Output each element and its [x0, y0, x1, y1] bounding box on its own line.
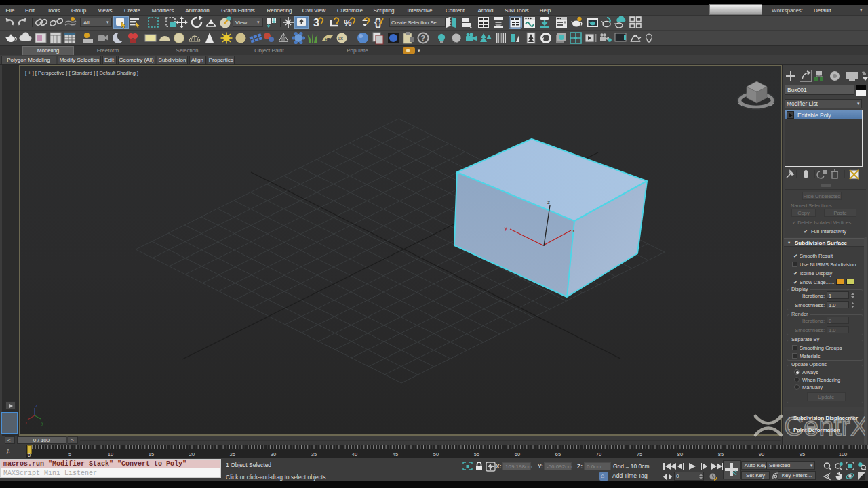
svg-text:70: 70: [596, 451, 601, 458]
svg-text:90: 90: [759, 451, 764, 458]
svg-text:80: 80: [677, 451, 683, 458]
svg-text:85: 85: [718, 451, 724, 458]
svg-text:95: 95: [800, 451, 805, 458]
svg-text:0x: 0x: [338, 36, 343, 41]
svg-text:z: z: [547, 199, 550, 205]
svg-text:55: 55: [474, 451, 479, 458]
svg-text:10: 10: [108, 451, 113, 458]
svg-text:5: 5: [68, 451, 71, 458]
svg-text:35: 35: [311, 451, 317, 458]
svg-text:50: 50: [433, 451, 439, 458]
svg-text:75: 75: [637, 451, 642, 458]
svg-text:30: 30: [271, 451, 276, 458]
svg-text:20: 20: [189, 451, 195, 458]
svg-text:100: 100: [839, 451, 848, 458]
svg-text:z: z: [35, 403, 37, 408]
svg-text:60: 60: [515, 451, 520, 458]
svg-text:40: 40: [352, 451, 357, 458]
svg-text:45: 45: [393, 451, 398, 458]
svg-text:25: 25: [230, 451, 235, 458]
svg-text:y: y: [41, 420, 44, 426]
svg-text:?: ?: [421, 34, 426, 42]
svg-text:x: x: [25, 420, 28, 425]
svg-text:HF: HF: [325, 37, 330, 41]
svg-text:CentrX: CentrX: [784, 411, 865, 441]
svg-text:15: 15: [149, 451, 154, 458]
svg-text:x: x: [572, 228, 575, 234]
svg-text:65: 65: [555, 451, 561, 458]
svg-text:y: y: [505, 225, 507, 231]
